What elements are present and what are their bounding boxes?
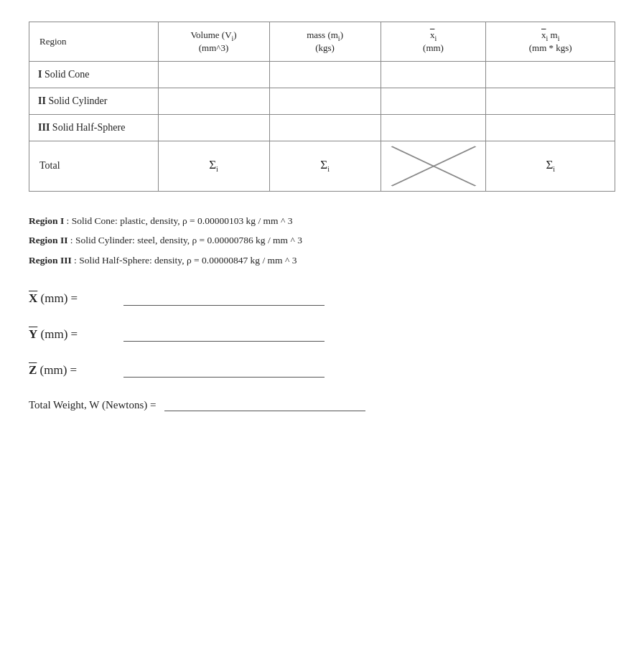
total-weight-line (164, 408, 365, 411)
header-volume-unit: (mm^3) (199, 42, 228, 53)
cell-cone-xbarm (486, 61, 615, 88)
region-cone: I Solid Cone (29, 61, 159, 88)
header-mass-unit: (kgs) (315, 42, 335, 53)
main-table-wrapper: Region Volume (Vi) (mm^3) mass (mi) (kgs… (29, 22, 615, 192)
note-3: Region III : Solid Half-Sphere: density,… (29, 251, 615, 270)
ybar-symbol: Y (29, 327, 37, 341)
header-region: Region (29, 22, 159, 62)
header-mass: mass (mi) (kgs) (269, 22, 381, 62)
table-row-cylinder: II Solid Cylinder (29, 88, 615, 114)
row-label-cylinder: Solid Cylinder (48, 95, 107, 106)
note-1-text: : Solid Cone: plastic, density, ρ = 0.00… (67, 215, 293, 226)
header-volume: Volume (Vi) (mm^3) (158, 22, 269, 62)
note-3-region: Region III (29, 255, 72, 266)
cell-hs-volume (158, 114, 269, 141)
table-row-halfsphere: III Solid Half-Sphere (29, 114, 615, 141)
region-total: Total (29, 141, 159, 191)
region-halfsphere: III Solid Half-Sphere (29, 114, 159, 141)
zbar-symbol: Z (29, 363, 37, 377)
centroid-table: Region Volume (Vi) (mm^3) mass (mi) (kgs… (29, 22, 615, 192)
row-num-halfsphere: III (38, 122, 50, 133)
cell-cone-xbar (381, 61, 486, 88)
total-weight-row: Total Weight, W (Newtons) = (29, 399, 615, 411)
row-label-cone: Solid Cone (45, 69, 90, 80)
cell-cone-volume (158, 61, 269, 88)
header-xbarm-unit: (mm * kgs) (529, 42, 572, 53)
cell-cyl-xbar (381, 88, 486, 114)
header-xbar-unit: (mm) (423, 42, 444, 53)
ybar-label: Y (mm) = (29, 327, 115, 342)
total-label: Total (39, 160, 60, 171)
table-row-total: Total Σi Σi Σi (29, 141, 615, 191)
region-cylinder: II Solid Cylinder (29, 88, 159, 114)
cell-cyl-volume (158, 88, 269, 114)
note-2-region: Region II (29, 235, 67, 245)
cell-cyl-xbarm (486, 88, 615, 114)
xbar-row: X (mm) = (29, 291, 615, 306)
cell-hs-xbarm (486, 114, 615, 141)
note-2-text: : Solid Cylinder: steel, density, ρ = 0.… (70, 235, 302, 245)
notes-section: Region I : Solid Cone: plastic, density,… (29, 212, 615, 270)
header-xbar: xi (mm) (381, 22, 486, 62)
zbar-row: Z (mm) = (29, 363, 615, 378)
note-1-region: Region I (29, 215, 64, 226)
total-weight-label: Total Weight, W (Newtons) = (29, 399, 156, 411)
cell-total-mass: Σi (269, 141, 381, 191)
cell-total-xbar (381, 141, 486, 191)
note-2: Region II : Solid Cylinder: steel, densi… (29, 231, 615, 250)
cell-total-volume: Σi (158, 141, 269, 191)
row-num-cylinder: II (38, 95, 46, 106)
header-xbarm: xi mi (mm * kgs) (486, 22, 615, 62)
answer-section: X (mm) = Y (mm) = Z (mm) = Total Weight,… (29, 291, 615, 411)
table-row-cone: I Solid Cone (29, 61, 615, 88)
cell-hs-mass (269, 114, 381, 141)
zbar-line (123, 375, 325, 378)
cross-svg (381, 141, 486, 191)
xbar-line (123, 303, 325, 306)
note-1: Region I : Solid Cone: plastic, density,… (29, 212, 615, 230)
cell-hs-xbar (381, 114, 486, 141)
row-num-cone: I (38, 69, 42, 80)
ybar-line (123, 339, 325, 342)
cell-total-xbarm: Σi (486, 141, 615, 191)
ybar-row: Y (mm) = (29, 327, 615, 342)
xbar-label: X (mm) = (29, 291, 115, 306)
row-label-halfsphere: Solid Half-Sphere (52, 122, 125, 133)
note-3-text: : Solid Half-Sphere: density, ρ = 0.0000… (74, 255, 297, 266)
cell-cyl-mass (269, 88, 381, 114)
xbar-symbol: X (29, 291, 37, 305)
zbar-label: Z (mm) = (29, 363, 115, 378)
cell-cone-mass (269, 61, 381, 88)
